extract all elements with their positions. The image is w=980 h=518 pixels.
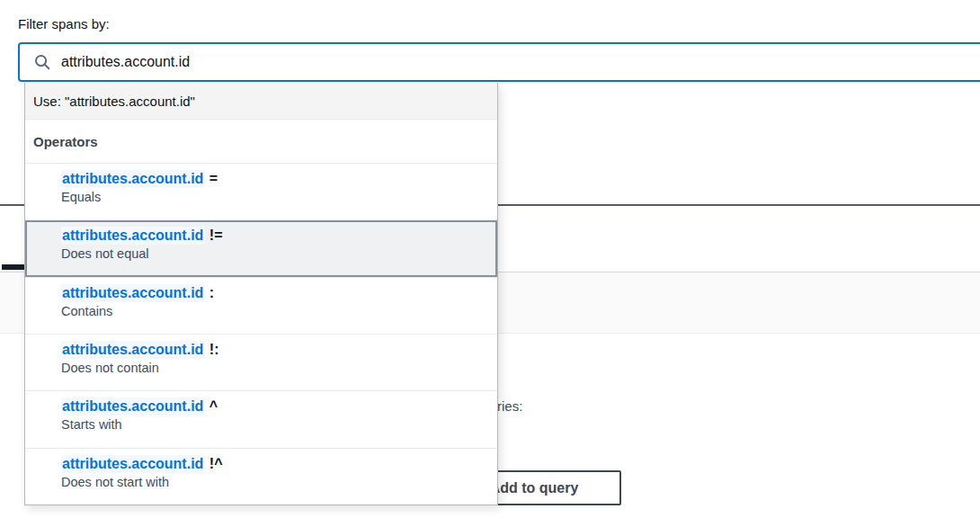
queries-label-partial: ries: bbox=[497, 398, 522, 414]
transaction-search-page: ries: Add to query Filter spans by: attr… bbox=[0, 0, 980, 518]
operator-symbol: ^ bbox=[209, 398, 218, 414]
search-icon bbox=[34, 54, 50, 70]
operator-option-^[interactable]: attributes.account.id ^ Starts with bbox=[25, 390, 497, 447]
operator-symbol: != bbox=[209, 228, 223, 243]
operator-option-main: attributes.account.id !^ bbox=[61, 456, 490, 472]
span-filter-input[interactable]: attributes.account.id bbox=[18, 42, 980, 82]
operator-option-main: attributes.account.id : bbox=[61, 285, 490, 301]
operator-option-!=[interactable]: attributes.account.id != Does not equal bbox=[25, 219, 497, 276]
operator-option-main: attributes.account.id !: bbox=[61, 342, 490, 358]
operator-symbol: : bbox=[209, 285, 214, 300]
operator-option-main: attributes.account.id ^ bbox=[61, 398, 490, 415]
matched-term: attributes.account.id bbox=[61, 397, 205, 415]
operator-option-=[interactable]: attributes.account.id = Equals bbox=[25, 164, 497, 219]
operator-option-main: attributes.account.id = bbox=[61, 171, 490, 187]
matched-term: attributes.account.id bbox=[61, 284, 205, 302]
matched-term: attributes.account.id bbox=[61, 170, 205, 188]
operator-description: Does not contain bbox=[61, 361, 490, 375]
operator-symbol: !^ bbox=[209, 456, 223, 471]
operator-description: Contains bbox=[61, 304, 490, 318]
active-tab-indicator bbox=[2, 264, 24, 270]
operator-description: Does not equal bbox=[61, 246, 490, 261]
operator-option-!^[interactable]: attributes.account.id !^ Does not start … bbox=[25, 448, 497, 505]
operator-option-main: attributes.account.id != bbox=[61, 228, 490, 244]
operator-symbol: !: bbox=[209, 342, 219, 357]
use-value-option[interactable]: Use: "attributes.account.id" bbox=[25, 83, 497, 120]
operator-option-:[interactable]: attributes.account.id : Contains bbox=[25, 277, 497, 334]
operators-group-header: Operators bbox=[25, 120, 497, 164]
matched-term: attributes.account.id bbox=[61, 455, 205, 473]
operator-description: Equals bbox=[61, 190, 490, 204]
operator-description: Does not start with bbox=[61, 475, 490, 489]
autosuggest-dropdown: Use: "attributes.account.id" Operators a… bbox=[24, 83, 498, 505]
operator-description: Starts with bbox=[61, 417, 490, 432]
matched-term: attributes.account.id bbox=[61, 341, 205, 359]
operator-symbol: = bbox=[209, 171, 218, 186]
operator-option-!:[interactable]: attributes.account.id !: Does not contai… bbox=[25, 334, 497, 390]
search-input-value: attributes.account.id bbox=[61, 54, 190, 70]
filter-spans-label: Filter spans by: bbox=[18, 16, 110, 31]
matched-term: attributes.account.id bbox=[61, 227, 205, 245]
operator-options-list: attributes.account.id = Equals attribute… bbox=[25, 164, 497, 505]
